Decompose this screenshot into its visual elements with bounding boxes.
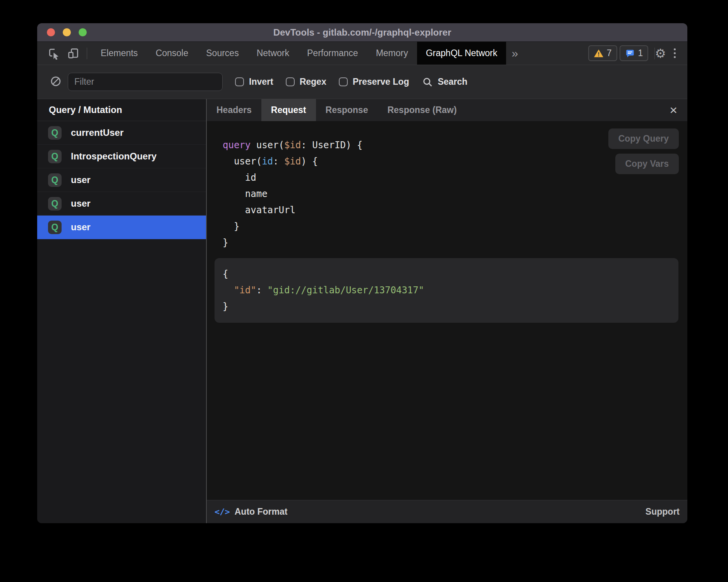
tab-elements[interactable]: Elements	[92, 42, 147, 65]
code-brackets-icon: </>	[215, 507, 230, 517]
detail-panel: HeadersRequestResponseResponse (Raw) × q…	[207, 99, 687, 523]
query-list-item[interactable]: QIntrospectionQuery	[37, 145, 206, 168]
query-type-badge: Q	[48, 126, 62, 140]
query-list: QcurrentUserQIntrospectionQueryQuserQuse…	[37, 121, 206, 239]
device-toolbar-icon[interactable]	[65, 45, 81, 62]
query-name: user	[71, 175, 91, 185]
warnings-badge[interactable]: 7	[588, 45, 617, 61]
query-list-item[interactable]: Quser	[37, 168, 206, 192]
tab-sources[interactable]: Sources	[197, 42, 247, 65]
auto-format-label: Auto Format	[235, 507, 288, 517]
panel-tab-response[interactable]: Response	[316, 99, 378, 121]
query-name: user	[71, 198, 91, 209]
devtools-tab-bar: ElementsConsoleSourcesNetworkPerformance…	[37, 42, 687, 65]
checkbox-label: Invert	[249, 77, 273, 87]
query-name: IntrospectionQuery	[71, 151, 156, 162]
search-icon	[422, 77, 433, 87]
more-tabs-icon[interactable]: »	[506, 42, 524, 65]
query-name: currentUser	[71, 127, 124, 138]
query-list-item[interactable]: QcurrentUser	[37, 121, 206, 145]
tabbar-spacer	[524, 42, 588, 65]
clear-filter-icon[interactable]	[50, 75, 62, 89]
checkbox-invert[interactable]: Invert	[235, 77, 273, 87]
query-type-badge: Q	[48, 173, 62, 187]
search-button[interactable]: Search	[422, 77, 467, 87]
query-type-badge: Q	[48, 221, 62, 234]
devtools-window: DevTools - gitlab.com/-/graphql-explorer…	[37, 23, 687, 523]
variables-box: { "id": "gid://gitlab/User/13704317"}	[215, 258, 678, 323]
query-sidebar: Query / Mutation QcurrentUserQIntrospect…	[37, 99, 207, 523]
panel-tab-headers[interactable]: Headers	[207, 99, 261, 121]
request-content: query user($id: UserID) { user(id: $id) …	[207, 121, 687, 500]
warning-triangle-icon	[594, 48, 604, 58]
checkbox-regex[interactable]: Regex	[286, 77, 326, 87]
code-line: }	[223, 235, 687, 251]
checkbox-label: Regex	[300, 77, 326, 87]
search-label: Search	[438, 77, 467, 87]
query-type-badge: Q	[48, 150, 62, 163]
query-type-badge: Q	[48, 197, 62, 211]
panel-tab-request[interactable]: Request	[261, 99, 316, 121]
tab-performance[interactable]: Performance	[298, 42, 367, 65]
checkbox-preserve-log[interactable]: Preserve Log	[339, 77, 409, 87]
code-line: "id": "gid://gitlab/User/13704317"	[223, 282, 671, 298]
settings-gear-icon[interactable]: ⚙	[655, 47, 666, 60]
messages-badge[interactable]: 1	[620, 45, 649, 61]
window-title: DevTools - gitlab.com/-/graphql-explorer	[37, 27, 687, 38]
tool-icons	[37, 42, 87, 65]
filter-bar: InvertRegexPreserve Log Search	[37, 65, 687, 99]
panel-footer: </> Auto Format Support	[207, 500, 687, 523]
filter-checkboxes: InvertRegexPreserve Log	[223, 77, 409, 87]
query-list-item[interactable]: Quser	[37, 216, 206, 239]
code-line: avatarUrl	[223, 202, 687, 218]
filter-input[interactable]	[68, 73, 223, 91]
tabbar-right-icons: ⚙	[655, 42, 687, 65]
issue-badges: 7 1	[588, 42, 649, 65]
code-line: {	[223, 266, 671, 282]
sidebar-header: Query / Mutation	[37, 99, 206, 121]
request-variables-code: { "id": "gid://gitlab/User/13704317"}	[223, 266, 671, 315]
checkbox-box[interactable]	[235, 77, 244, 86]
title-bar: DevTools - gitlab.com/-/graphql-explorer	[37, 23, 687, 42]
tab-console[interactable]: Console	[147, 42, 197, 65]
message-count: 1	[638, 48, 643, 58]
code-line: name	[223, 186, 687, 202]
tab-memory[interactable]: Memory	[367, 42, 417, 65]
code-line: }	[223, 298, 671, 315]
toolbar-divider	[87, 48, 87, 59]
tab-graphql-network[interactable]: GraphQL Network	[417, 42, 507, 65]
copy-vars-button[interactable]: Copy Vars	[615, 154, 679, 174]
close-panel-icon[interactable]: ×	[666, 99, 681, 121]
checkbox-box[interactable]	[339, 77, 348, 86]
copy-query-button[interactable]: Copy Query	[608, 128, 679, 149]
main-area: Query / Mutation QcurrentUserQIntrospect…	[37, 99, 687, 523]
warning-count: 7	[607, 48, 612, 58]
query-list-item[interactable]: Quser	[37, 192, 206, 216]
query-name: user	[71, 222, 91, 233]
devtools-tab-list: ElementsConsoleSourcesNetworkPerformance…	[92, 42, 506, 65]
panel-tab-bar: HeadersRequestResponseResponse (Raw) ×	[207, 99, 687, 121]
support-link[interactable]: Support	[646, 507, 680, 517]
checkbox-box[interactable]	[286, 77, 295, 86]
panel-tab-list: HeadersRequestResponseResponse (Raw)	[207, 99, 466, 121]
panel-tab-response-raw[interactable]: Response (Raw)	[378, 99, 466, 121]
inspect-element-icon[interactable]	[46, 45, 62, 62]
kebab-menu-icon[interactable]	[670, 45, 680, 61]
message-bubble-icon	[625, 48, 635, 58]
checkbox-label: Preserve Log	[353, 77, 409, 87]
tab-network[interactable]: Network	[248, 42, 298, 65]
code-line: }	[223, 218, 687, 235]
auto-format-button[interactable]: </> Auto Format	[215, 507, 287, 517]
